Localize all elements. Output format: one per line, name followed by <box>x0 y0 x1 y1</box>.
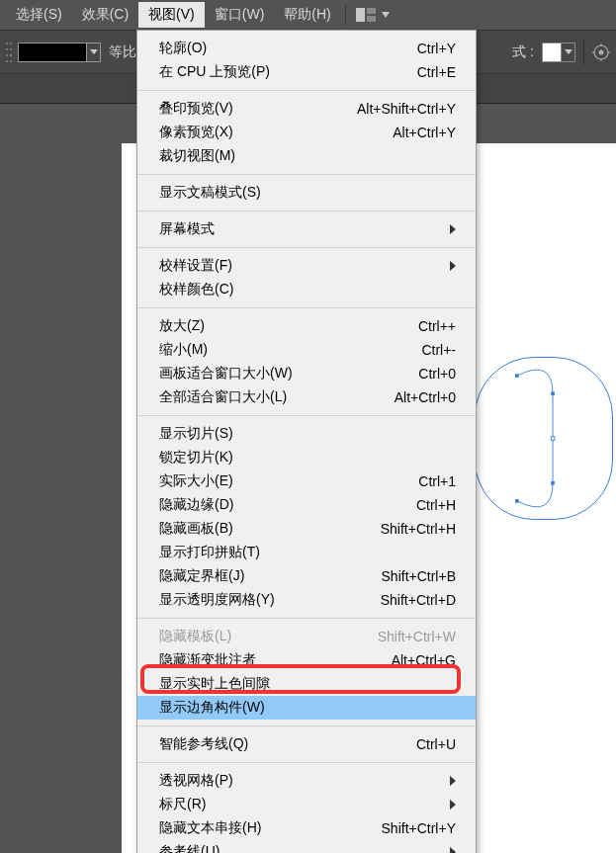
menu-item[interactable]: 裁切视图(M) <box>137 144 476 168</box>
menu-item[interactable]: 隐藏文本串接(H)Shift+Ctrl+Y <box>137 816 476 840</box>
menu-item-shortcut: Ctrl+1 <box>418 473 456 489</box>
top-menubar: 选择(S) 效果(C) 视图(V) 窗口(W) 帮助(H) <box>0 0 616 30</box>
menu-item[interactable]: 叠印预览(V)Alt+Shift+Ctrl+Y <box>137 97 476 121</box>
menu-item-label: 屏幕模式 <box>159 220 448 238</box>
menu-item-shortcut: Shift+Ctrl+B <box>382 568 456 584</box>
menu-item[interactable]: 显示实时上色间隙 <box>137 672 476 696</box>
menu-item-label: 显示实时上色间隙 <box>159 675 446 693</box>
layout-switcher[interactable] <box>356 8 390 22</box>
menu-item-label: 隐藏文本串接(H) <box>159 819 372 837</box>
menu-item-label: 放大(Z) <box>159 317 408 335</box>
menu-item[interactable]: 显示边角构件(W) <box>137 696 476 720</box>
svg-point-7 <box>6 54 8 56</box>
menu-item-label: 在 CPU 上预览(P) <box>159 63 407 81</box>
svg-point-8 <box>10 54 12 56</box>
menu-item[interactable]: 隐藏渐变批注者Alt+Ctrl+G <box>137 648 476 672</box>
menu-item-label: 校样颜色(C) <box>159 281 446 299</box>
style-dropdown[interactable] <box>562 43 575 62</box>
menu-item-label: 显示切片(S) <box>159 425 446 443</box>
menu-item[interactable]: 实际大小(E)Ctrl+1 <box>137 469 476 493</box>
menu-item-shortcut: Ctrl++ <box>418 318 456 334</box>
menu-item-shortcut: Ctrl+- <box>421 342 456 358</box>
menu-item-label: 标尺(R) <box>159 796 448 813</box>
menu-item[interactable]: 显示透明度网格(Y)Shift+Ctrl+D <box>137 588 476 612</box>
toolbar-right: 式 : <box>512 30 616 74</box>
stroke-dropdown[interactable] <box>87 43 101 62</box>
svg-point-12 <box>599 49 604 54</box>
menu-item-label: 显示透明度网格(Y) <box>159 591 371 609</box>
svg-rect-18 <box>551 391 555 395</box>
menu-item-label: 锁定切片(K) <box>159 449 446 467</box>
stroke-swatch[interactable] <box>18 43 87 62</box>
menu-item[interactable]: 放大(Z)Ctrl++ <box>137 314 476 338</box>
menu-window[interactable]: 窗口(W) <box>205 2 275 28</box>
svg-point-3 <box>6 43 8 44</box>
menu-item[interactable]: 缩小(M)Ctrl+- <box>137 338 476 362</box>
svg-rect-0 <box>356 8 365 22</box>
view-menu-dropdown: 轮廓(O)Ctrl+Y在 CPU 上预览(P)Ctrl+E叠印预览(V)Alt+… <box>136 30 477 853</box>
menu-item[interactable]: 校样颜色(C) <box>137 278 476 301</box>
menu-item-label: 全部适合窗口大小(L) <box>159 388 385 406</box>
menu-item-label: 叠印预览(V) <box>159 100 347 118</box>
menu-item[interactable]: 隐藏边缘(D)Ctrl+H <box>137 493 476 517</box>
menu-item-label: 智能参考线(Q) <box>159 735 406 753</box>
menubar-separator <box>345 5 346 25</box>
ratio-label: 等比 <box>109 43 136 61</box>
svg-rect-2 <box>367 16 376 22</box>
submenu-arrow-icon <box>448 258 456 274</box>
menu-item[interactable]: 轮廓(O)Ctrl+Y <box>137 37 476 60</box>
menu-item[interactable]: 画板适合窗口大小(W)Ctrl+0 <box>137 362 476 385</box>
menu-item-shortcut: Shift+Ctrl+D <box>381 592 456 608</box>
svg-point-5 <box>6 48 8 50</box>
selected-path[interactable] <box>475 357 613 520</box>
menu-item[interactable]: 像素预览(X)Alt+Ctrl+Y <box>137 121 476 144</box>
submenu-arrow-icon <box>448 797 456 812</box>
menu-item-label: 隐藏定界框(J) <box>159 567 372 585</box>
menu-select[interactable]: 选择(S) <box>6 2 72 28</box>
menu-item[interactable]: 屏幕模式 <box>137 217 476 241</box>
toolbar-grip[interactable] <box>6 40 12 65</box>
menu-item-shortcut: Shift+Ctrl+W <box>378 629 456 644</box>
submenu-arrow-icon <box>448 221 456 237</box>
menu-item[interactable]: 显示打印拼贴(T) <box>137 541 476 564</box>
menu-item-shortcut: Alt+Ctrl+0 <box>395 389 456 405</box>
menu-effect[interactable]: 效果(C) <box>72 2 138 28</box>
svg-rect-1 <box>367 8 376 14</box>
menu-item[interactable]: 隐藏定界框(J)Shift+Ctrl+B <box>137 564 476 588</box>
menu-item[interactable]: 全部适合窗口大小(L)Alt+Ctrl+0 <box>137 385 476 409</box>
menu-item[interactable]: 在 CPU 上预览(P)Ctrl+E <box>137 60 476 84</box>
menu-item-label: 隐藏边缘(D) <box>159 496 406 514</box>
menu-item-label: 实际大小(E) <box>159 472 408 490</box>
menu-item[interactable]: 显示切片(S) <box>137 422 476 446</box>
menu-item-shortcut: Ctrl+E <box>417 64 456 80</box>
menu-item-label: 隐藏模板(L) <box>159 628 368 645</box>
svg-rect-19 <box>551 481 555 485</box>
menu-item-label: 画板适合窗口大小(W) <box>159 365 408 383</box>
menu-item-label: 像素预览(X) <box>159 124 383 141</box>
menu-item[interactable]: 显示文稿模式(S) <box>137 181 476 205</box>
menu-help[interactable]: 帮助(H) <box>274 2 340 28</box>
chevron-down-icon <box>382 12 390 18</box>
menu-item[interactable]: 锁定切片(K) <box>137 446 476 469</box>
menu-item-shortcut: Ctrl+Y <box>417 41 456 56</box>
menu-item[interactable]: 标尺(R) <box>137 793 476 816</box>
style-color[interactable] <box>542 43 562 62</box>
menu-item[interactable]: 参考线(U) <box>137 840 476 853</box>
menu-item-label: 显示打印拼贴(T) <box>159 544 446 561</box>
menu-view[interactable]: 视图(V) <box>138 2 205 28</box>
menu-item-shortcut: Shift+Ctrl+H <box>381 521 456 537</box>
menu-item[interactable]: 智能参考线(Q)Ctrl+U <box>137 732 476 756</box>
submenu-arrow-icon <box>448 773 456 789</box>
menu-item[interactable]: 隐藏画板(B)Shift+Ctrl+H <box>137 517 476 541</box>
style-label: 式 : <box>512 43 534 61</box>
menu-item[interactable]: 透视网格(P) <box>137 769 476 793</box>
menu-item-shortcut: Ctrl+H <box>416 497 456 513</box>
menu-item-shortcut: Ctrl+0 <box>418 366 456 382</box>
menu-item-label: 透视网格(P) <box>159 772 448 790</box>
menu-item-shortcut: Ctrl+U <box>416 736 456 752</box>
target-icon[interactable] <box>592 43 610 61</box>
menu-item-shortcut: Alt+Shift+Ctrl+Y <box>357 101 456 117</box>
menu-item-label: 校样设置(F) <box>159 257 448 275</box>
menu-item[interactable]: 校样设置(F) <box>137 254 476 278</box>
submenu-arrow-icon <box>448 844 456 853</box>
